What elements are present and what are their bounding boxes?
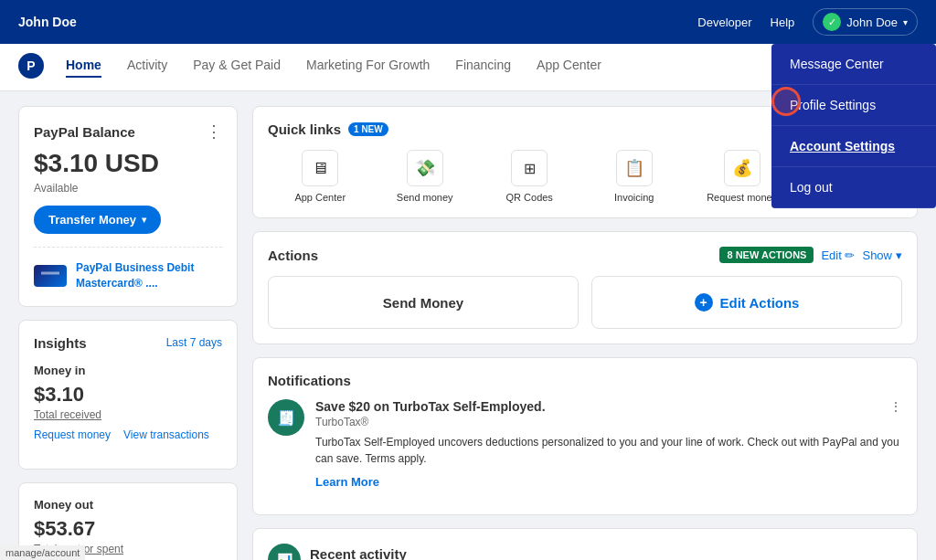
menu-item-log-out[interactable]: Log out bbox=[771, 167, 936, 208]
top-bar-right: Developer Help ✓ John Doe ▾ bbox=[697, 8, 918, 36]
menu-item-profile-settings[interactable]: Profile Settings bbox=[771, 85, 936, 126]
balance-options-icon[interactable]: ⋮ bbox=[206, 122, 222, 142]
money-out-amount: $53.67 bbox=[34, 517, 222, 541]
left-panel: PayPal Balance ⋮ $3.10 USD Available Tra… bbox=[18, 106, 238, 560]
show-chevron-icon: ▾ bbox=[896, 248, 902, 262]
insights-header: Insights Last 7 days bbox=[34, 335, 222, 351]
user-menu-button[interactable]: ✓ John Doe ▾ bbox=[813, 8, 918, 36]
nav-activity[interactable]: Activity bbox=[127, 58, 167, 78]
money-in-sublabel: Total received bbox=[34, 408, 222, 421]
quick-link-app-center[interactable]: 🖥 App Center bbox=[288, 150, 352, 203]
learn-more-link[interactable]: Learn More bbox=[315, 475, 379, 489]
user-dropdown-menu: Message Center Profile Settings Account … bbox=[771, 44, 936, 208]
svg-text:P: P bbox=[27, 58, 35, 73]
actions-header: Actions 8 NEW ACTIONS Edit ✏ Show ▾ bbox=[268, 247, 902, 263]
debit-card-text: PayPal Business DebitMastercard® .... bbox=[76, 260, 194, 291]
balance-label: Available bbox=[34, 182, 222, 195]
developer-link[interactable]: Developer bbox=[697, 16, 751, 29]
transfer-money-label: Transfer Money bbox=[48, 213, 136, 227]
notification-source: TurboTax® bbox=[315, 416, 546, 428]
notification-title-row: Save $20 on TurboTax Self-Employed. Turb… bbox=[315, 399, 902, 434]
balance-card-header: PayPal Balance ⋮ bbox=[34, 122, 222, 142]
new-actions-badge: 8 NEW ACTIONS bbox=[719, 247, 814, 263]
status-bar: manage/account bbox=[0, 545, 85, 560]
nav-financing[interactable]: Financing bbox=[455, 58, 511, 78]
balance-amount: $3.10 USD bbox=[34, 149, 222, 178]
actions-title: Actions bbox=[268, 248, 318, 263]
notification-title: Save $20 on TurboTax Self-Employed. bbox=[315, 399, 546, 414]
menu-item-message-center[interactable]: Message Center bbox=[771, 44, 936, 85]
plus-icon: + bbox=[695, 293, 713, 312]
money-in-section: Money in $3.10 Total received Request mo… bbox=[34, 364, 222, 441]
paypal-logo[interactable]: P bbox=[18, 53, 44, 81]
check-circle-icon: ✓ bbox=[823, 13, 841, 31]
nav-app-center[interactable]: App Center bbox=[537, 58, 601, 78]
quick-link-invoicing[interactable]: 📋 Invoicing bbox=[602, 150, 666, 203]
notifications-card: Notifications 🧾 Save $20 on TurboTax Sel… bbox=[252, 357, 918, 515]
notifications-title: Notifications bbox=[268, 373, 902, 388]
transfer-money-button[interactable]: Transfer Money ▾ bbox=[34, 206, 161, 234]
app-center-icon: 🖥 bbox=[302, 150, 338, 186]
debit-card-link[interactable]: PayPal Business DebitMastercard® .... bbox=[34, 247, 222, 291]
top-bar: John Doe Developer Help ✓ John Doe ▾ bbox=[0, 0, 936, 44]
insights-card: Insights Last 7 days Money in $3.10 Tota… bbox=[18, 320, 238, 470]
notification-desc: TurboTax Self-Employed uncovers deductio… bbox=[315, 434, 902, 467]
actions-card: Actions 8 NEW ACTIONS Edit ✏ Show ▾ Send… bbox=[252, 231, 918, 344]
activity-title: Recent activity bbox=[310, 546, 407, 561]
balance-title: PayPal Balance bbox=[34, 124, 135, 140]
actions-badges: 8 NEW ACTIONS Edit ✏ Show ▾ bbox=[719, 247, 902, 263]
notification-content: Save $20 on TurboTax Self-Employed. Turb… bbox=[315, 399, 902, 489]
invoicing-icon: 📋 bbox=[616, 150, 653, 186]
edit-actions-button[interactable]: + Edit Actions bbox=[591, 276, 902, 329]
request-money-link[interactable]: Request money bbox=[34, 428, 111, 441]
edit-actions-link[interactable]: Edit ✏ bbox=[821, 248, 855, 262]
send-money-action-button[interactable]: Send Money bbox=[268, 276, 579, 329]
quick-link-send-money[interactable]: 💸 Send money bbox=[393, 150, 457, 203]
svg-rect-2 bbox=[41, 269, 59, 282]
request-money-icon: 💰 bbox=[724, 150, 760, 186]
quick-links-title-row: Quick links 1 NEW bbox=[268, 122, 388, 137]
qr-codes-icon: ⊞ bbox=[511, 150, 548, 186]
transfer-chevron-icon: ▾ bbox=[142, 215, 146, 225]
nav-marketing[interactable]: Marketing For Growth bbox=[306, 58, 430, 78]
insights-period[interactable]: Last 7 days bbox=[166, 336, 222, 349]
top-bar-username: John Doe bbox=[18, 15, 77, 29]
debit-card-icon bbox=[34, 265, 67, 287]
quick-link-qr-codes[interactable]: ⊞ QR Codes bbox=[497, 150, 561, 203]
help-link[interactable]: Help bbox=[771, 16, 795, 29]
insights-title: Insights bbox=[34, 335, 87, 351]
send-money-icon: 💸 bbox=[407, 150, 443, 186]
notification-options-icon[interactable]: ⋮ bbox=[889, 399, 902, 414]
user-badge-name: John Doe bbox=[846, 16, 898, 29]
menu-item-account-settings[interactable]: Account Settings bbox=[771, 126, 936, 167]
money-in-title: Money in bbox=[34, 364, 222, 377]
activity-icon: 📊 bbox=[268, 544, 301, 560]
nav-links: Home Activity Pay & Get Paid Marketing F… bbox=[66, 58, 601, 78]
quick-link-request-money[interactable]: 💰 Request money bbox=[707, 150, 777, 203]
quick-links-new-badge: 1 NEW bbox=[348, 122, 388, 136]
notification-item: 🧾 Save $20 on TurboTax Self-Employed. Tu… bbox=[268, 399, 902, 500]
recent-activity-card: 📊 Recent activity PayPal Activity Paymen… bbox=[252, 528, 918, 560]
actions-row: Send Money + Edit Actions bbox=[268, 276, 902, 329]
nav-home[interactable]: Home bbox=[66, 58, 101, 78]
balance-card: PayPal Balance ⋮ $3.10 USD Available Tra… bbox=[18, 106, 238, 307]
quick-links-title: Quick links bbox=[268, 122, 341, 137]
money-out-title: Money out bbox=[34, 498, 222, 512]
money-in-amount: $3.10 bbox=[34, 383, 222, 407]
notification-turbotax-icon: 🧾 bbox=[268, 399, 304, 436]
view-transactions-link-in[interactable]: View transactions bbox=[123, 428, 209, 441]
money-in-links: Request money View transactions bbox=[34, 428, 222, 441]
activity-header: 📊 Recent activity PayPal Activity bbox=[268, 544, 902, 560]
nav-pay-get-paid[interactable]: Pay & Get Paid bbox=[193, 58, 281, 78]
show-actions-button[interactable]: Show ▾ bbox=[862, 248, 902, 262]
chevron-down-icon: ▾ bbox=[903, 17, 908, 27]
